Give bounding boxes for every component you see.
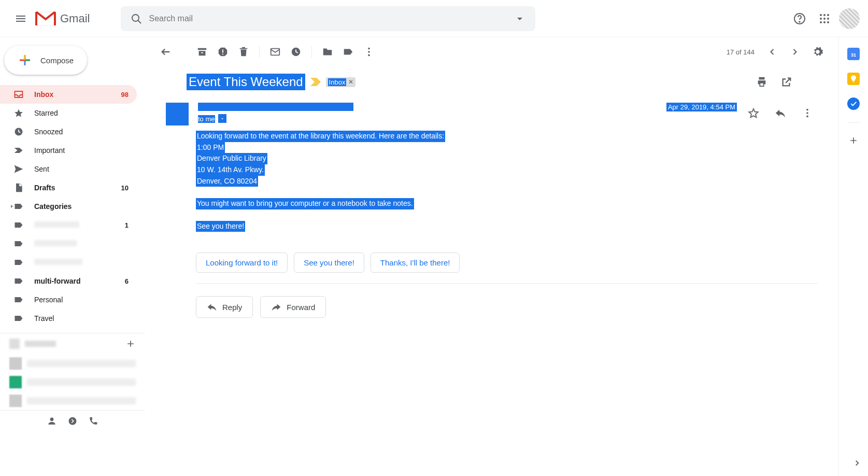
chevron-left-icon: [767, 47, 777, 57]
account-avatar[interactable]: [839, 8, 860, 29]
sidebar-item-important[interactable]: Important: [0, 141, 137, 160]
calendar-addon-button[interactable]: 31: [847, 48, 860, 60]
message-header: to me Apr 29, 2019, 4:54 PM: [145, 97, 838, 125]
sidebar-item-sent[interactable]: Sent: [0, 160, 137, 178]
settings-button[interactable]: [807, 41, 828, 62]
sidebar-item-blurred-7[interactable]: 1: [0, 216, 137, 234]
compose-button[interactable]: Compose: [4, 46, 87, 75]
subject-row: Event This Weekend Inbox ✕: [145, 66, 838, 97]
sidebar-item-personal[interactable]: Personal: [0, 290, 137, 309]
gmail-logo-text: Gmail: [60, 12, 90, 25]
label-icon: [13, 276, 24, 286]
calls-tab-icon[interactable]: [88, 416, 98, 426]
body-line: You might want to bring your computer or…: [196, 198, 414, 209]
body-line: 10 W. 14th Av. Pkwy.: [196, 164, 265, 176]
move-to-button[interactable]: [317, 41, 338, 62]
sidebar: Compose Inbox98StarredSnoozedImportantSe…: [0, 37, 145, 476]
show-details-button[interactable]: [218, 114, 226, 123]
svg-point-25: [806, 109, 808, 111]
sidebar-item-multi-forward[interactable]: multi-forward6: [0, 272, 137, 290]
body-line: Denver, CO 80204: [196, 176, 258, 187]
sidebar-item-label: Inbox: [34, 90, 121, 99]
search-input[interactable]: [149, 14, 514, 23]
new-conversation-button[interactable]: [125, 339, 136, 349]
remove-label-button[interactable]: ✕: [348, 78, 353, 86]
sidebar-item-blurred-9[interactable]: [0, 253, 137, 272]
mail-icon: [269, 46, 281, 58]
star-button[interactable]: [743, 103, 764, 123]
support-button[interactable]: [789, 8, 810, 29]
sidebar-item-label: Drafts: [34, 184, 121, 192]
newer-button[interactable]: [785, 41, 805, 62]
more-vert-icon: [363, 46, 375, 58]
header-right: [789, 8, 860, 29]
tasks-addon-button[interactable]: [847, 97, 860, 110]
chevron-right-icon: [852, 458, 862, 468]
message-body: Looking forward to the event at the libr…: [145, 125, 838, 237]
drafts-icon: [13, 183, 24, 193]
sidebar-item-drafts[interactable]: Drafts10: [0, 178, 137, 197]
search-options-icon[interactable]: [514, 12, 526, 25]
inbox-label-chip[interactable]: Inbox ✕: [326, 77, 356, 87]
sidebar-item-starred[interactable]: Starred: [0, 104, 137, 122]
smart-reply-row: Looking forward to it!See you there!Than…: [145, 237, 838, 283]
reply-button[interactable]: Reply: [196, 296, 253, 318]
delete-button[interactable]: [233, 41, 254, 62]
archive-button[interactable]: [192, 41, 212, 62]
message-more-button[interactable]: [797, 103, 818, 123]
sidebar-item-count: 10: [121, 184, 129, 192]
hangouts-contact[interactable]: [0, 354, 145, 373]
more-button[interactable]: [359, 41, 379, 62]
body-line: Looking forward to the event at the libr…: [196, 131, 445, 142]
hamburger-icon: [15, 12, 27, 25]
smart-reply-button[interactable]: See you there!: [294, 253, 364, 273]
gmail-logo[interactable]: Gmail: [35, 11, 90, 26]
svg-point-1: [132, 15, 139, 21]
snooze-button[interactable]: [286, 41, 306, 62]
sidebar-item-inbox[interactable]: Inbox98: [0, 85, 137, 104]
hide-side-panel-button[interactable]: [852, 458, 862, 468]
smart-reply-button[interactable]: Looking forward to it!: [196, 253, 288, 273]
print-button[interactable]: [751, 72, 772, 92]
smart-reply-button[interactable]: Thanks, I'll be there!: [371, 253, 460, 273]
hangouts-tab-icon[interactable]: [67, 416, 78, 426]
mark-unread-button[interactable]: [265, 41, 286, 62]
older-button[interactable]: [762, 41, 782, 62]
hangouts-contact[interactable]: [0, 391, 145, 410]
message-timestamp: Apr 29, 2019, 4:54 PM: [666, 103, 737, 111]
open-new-window-button[interactable]: [776, 72, 797, 92]
report-spam-button[interactable]: [212, 41, 233, 62]
svg-point-9: [823, 18, 826, 20]
sidebar-item-travel[interactable]: Travel: [0, 309, 137, 328]
labels-button[interactable]: [338, 41, 359, 62]
gear-icon: [812, 46, 823, 58]
contacts-tab-icon[interactable]: [47, 416, 57, 426]
label-icon: [13, 220, 24, 230]
back-button[interactable]: [155, 41, 176, 62]
hangouts-self-avatar: [9, 339, 20, 349]
sidebar-item-label: Categories: [34, 202, 129, 211]
sidebar-item-snoozed[interactable]: Snoozed: [0, 122, 137, 141]
reply-icon-button[interactable]: [770, 103, 791, 123]
spam-icon: [217, 46, 229, 58]
get-addons-button[interactable]: [848, 135, 859, 146]
tasks-icon: [849, 100, 858, 108]
svg-point-22: [368, 51, 370, 53]
main-menu-button[interactable]: [8, 6, 33, 31]
important-marker-icon[interactable]: [310, 78, 321, 86]
sender-avatar[interactable]: [166, 103, 189, 125]
sidebar-item-categories[interactable]: Categories: [0, 197, 137, 216]
sender-name[interactable]: [198, 103, 353, 111]
hangouts-tabs: [0, 410, 145, 431]
svg-point-10: [827, 18, 829, 20]
search-bar[interactable]: [121, 6, 535, 31]
categories-icon: [13, 201, 24, 212]
svg-point-12: [823, 21, 826, 23]
forward-button[interactable]: Forward: [260, 296, 326, 318]
hangouts-contact[interactable]: [0, 373, 145, 391]
sidebar-item-count: 1: [125, 221, 129, 229]
sidebar-item-blurred-8[interactable]: [0, 234, 137, 253]
forward-label: Forward: [287, 303, 315, 312]
apps-button[interactable]: [814, 8, 835, 29]
keep-addon-button[interactable]: [847, 73, 860, 85]
